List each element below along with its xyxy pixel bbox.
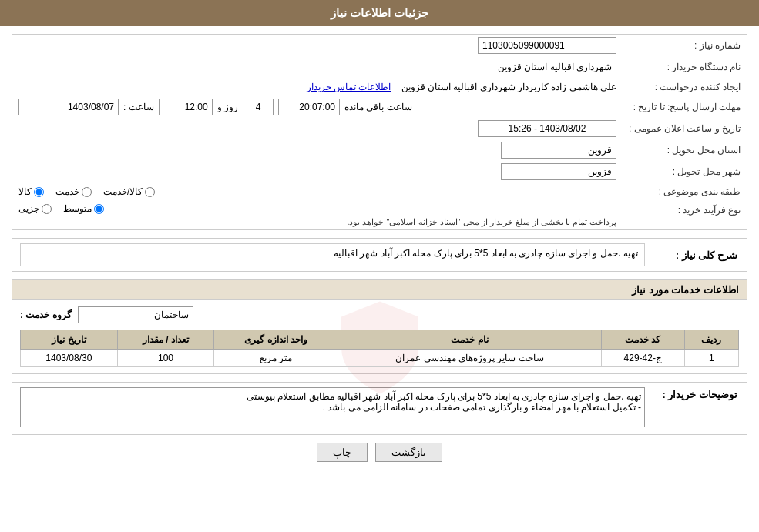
general-desc-value: تهیه ،حمل و اجرای سازه چادری به ابعاد 5*… <box>20 243 645 266</box>
province-input[interactable] <box>501 142 616 159</box>
announce-input[interactable] <box>478 120 616 137</box>
need-number-label: شماره نیاز : <box>623 35 747 56</box>
contact-link[interactable]: اطلاعات تماس خریدار <box>307 82 391 92</box>
cell-date: 1403/08/30 <box>21 350 118 367</box>
need-number-input[interactable] <box>478 37 616 54</box>
remaining-input[interactable] <box>278 99 340 115</box>
days-label: روز و <box>217 102 238 112</box>
cell-row-num: 1 <box>684 350 738 367</box>
city-input[interactable] <box>501 163 616 180</box>
reply-time-label: ساعت : <box>123 102 154 112</box>
process-label: نوع فرآیند خرید : <box>623 201 747 229</box>
cell-service-code: ج-42-429 <box>601 350 684 367</box>
buyer-description-section: توضیحات خریدار : تهیه ،حمل و اجرای سازه … <box>12 382 747 435</box>
buyer-desc-textarea[interactable]: تهیه ،حمل و اجرای سازه چادری به ابعاد 5*… <box>20 387 645 427</box>
reply-date-input[interactable] <box>18 99 119 115</box>
category-label: طبقه بندی موضوعی : <box>623 182 747 201</box>
col-service-name: نام خدمت <box>338 330 601 350</box>
cell-unit: متر مربع <box>214 350 338 367</box>
remaining-label: ساعت باقی مانده <box>344 102 412 112</box>
buyer-desc-label: توضیحات خریدار : <box>653 384 745 433</box>
reply-deadline-label: مهلت ارسال پاسخ: تا تاریخ : <box>623 96 747 118</box>
col-row-num: ردیف <box>684 330 738 350</box>
category-kala[interactable]: کالا <box>18 186 44 197</box>
creator-label: ایجاد کننده درخواست : <box>623 78 747 96</box>
province-label: استان محل تحویل : <box>623 139 747 161</box>
buyer-org-label: نام دستگاه خریدار : <box>623 56 747 78</box>
process-note: پرداخت تمام یا بخشی از مبلغ خریدار از مح… <box>18 217 616 227</box>
buttons-row: بازگشت چاپ <box>12 443 747 462</box>
cell-quantity: 100 <box>117 350 214 367</box>
page-header: جزئیات اطلاعات نیاز <box>0 0 759 26</box>
print-button[interactable]: چاپ <box>317 443 368 462</box>
general-description-section: شرح کلی نیاز : تهیه ،حمل و اجرای سازه چا… <box>12 238 747 272</box>
page-title: جزئیات اطلاعات نیاز <box>331 6 428 19</box>
cell-service-name: ساخت سایر پروژه‌های مهندسی عمران <box>338 350 601 367</box>
category-kala-khedmat[interactable]: کالا/خدمت <box>103 186 155 197</box>
days-input[interactable] <box>243 99 274 115</box>
col-unit: واحد اندازه گیری <box>214 330 338 350</box>
need-number-value <box>453 35 623 56</box>
announce-label: تاریخ و ساعت اعلان عمومی : <box>623 118 747 139</box>
service-group-input[interactable] <box>78 306 193 323</box>
city-label: شهر محل تحویل : <box>623 161 747 182</box>
services-table: ردیف کد خدمت نام خدمت واحد اندازه گیری ت… <box>20 330 739 367</box>
category-khedmat[interactable]: خدمت <box>55 186 92 197</box>
reply-time-input[interactable] <box>159 99 213 115</box>
services-section: اطلاعات خدمات مورد نیاز گروه خدمت : REND… <box>12 279 747 374</box>
buyer-org-input[interactable] <box>401 59 616 75</box>
services-section-header: اطلاعات خدمات مورد نیاز <box>12 280 747 300</box>
col-quantity: تعداد / مقدار <box>117 330 214 350</box>
need-info-section: شماره نیاز : نام دستگاه خریدار : ایجاد ک… <box>12 34 747 230</box>
service-group-label: گروه خدمت : <box>20 309 72 320</box>
col-service-code: کد خدمت <box>601 330 684 350</box>
table-row: 1 ج-42-429 ساخت سایر پروژه‌های مهندسی عم… <box>21 350 739 367</box>
col-date: تاریخ نیاز <box>21 330 118 350</box>
general-desc-label: شرح کلی نیاز : <box>653 240 745 269</box>
back-button[interactable]: بازگشت <box>375 443 442 462</box>
process-jozi[interactable]: جزیی <box>18 203 52 214</box>
process-motavasset[interactable]: متوسط <box>63 203 104 214</box>
creator-value: علی هاشمی زاده کاربردار شهرداری اقبالیه … <box>401 82 616 92</box>
